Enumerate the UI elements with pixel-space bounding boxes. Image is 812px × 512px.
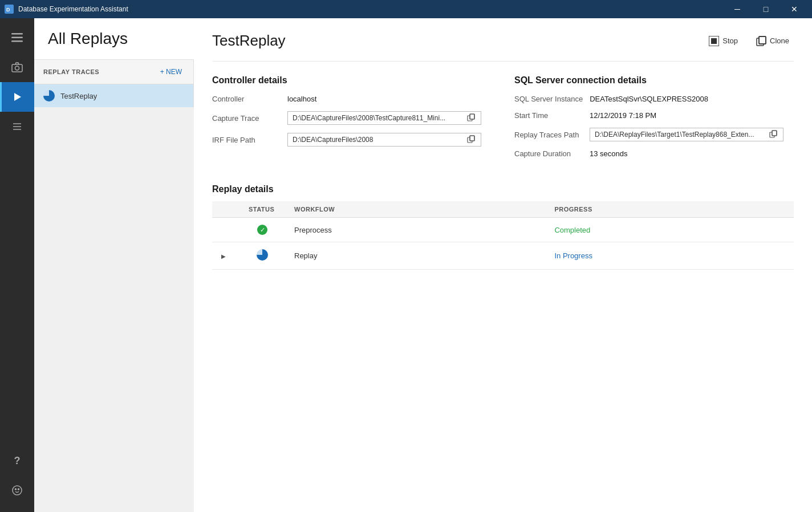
titlebar: D Database Experimentation Assistant ─ □…: [0, 0, 812, 18]
svg-rect-22: [470, 136, 474, 141]
window-controls: ─ □ ✕: [724, 0, 807, 18]
svg-rect-3: [11, 37, 23, 39]
th-progress: PROGRESS: [545, 201, 794, 218]
th-status: STATUS: [239, 201, 285, 218]
capture-trace-label: Capture Trace: [212, 114, 281, 123]
capture-trace-value: D:\DEA\CaptureFiles\2008\TestCapture811_…: [293, 114, 462, 122]
table-row-preprocess: ✓ Preprocess Completed: [212, 218, 794, 242]
irf-row: IRF File Path D:\DEA\CaptureFiles\2008: [212, 133, 492, 147]
td-progress-preprocess: Completed: [545, 218, 794, 242]
replay-traces-label: Replay Traces Path: [514, 131, 583, 139]
capture-trace-row: Capture Trace D:\DEA\CaptureFiles\2008\T…: [212, 111, 492, 125]
status-check-icon: ✓: [257, 225, 267, 235]
svg-rect-4: [11, 40, 23, 42]
sidebar-icon-help[interactable]: ?: [0, 446, 34, 476]
svg-point-6: [15, 66, 19, 70]
irf-label: IRF File Path: [212, 136, 281, 144]
replay-traces-path-box: D:\DEA\ReplayFiles\Target1\TestReplay868…: [590, 128, 783, 141]
page-title-area: All Replays: [34, 18, 194, 60]
td-progress-replay: In Progress: [545, 242, 794, 270]
capture-trace-path-box: D:\DEA\CaptureFiles\2008\TestCapture811_…: [287, 111, 481, 125]
controller-details-section: Controller details Controller localhost …: [212, 75, 492, 166]
sql-instance-label: SQL Server Instance: [514, 95, 583, 103]
spinner-icon: [43, 90, 55, 101]
titlebar-left: D Database Experimentation Assistant: [5, 5, 128, 14]
capture-duration-label: Capture Duration: [514, 149, 583, 158]
status-spinner-icon: [257, 249, 268, 261]
expand-icon[interactable]: ▶: [221, 253, 226, 259]
sidebar-icon-hamburger[interactable]: [0, 23, 34, 52]
nav-item-label: TestReplay: [60, 92, 97, 100]
app-body: ? All Replays REPLAY TRACES + NEW: [0, 18, 812, 512]
controller-row: Controller localhost: [212, 95, 492, 103]
new-replay-button[interactable]: + NEW: [158, 67, 184, 77]
capture-duration-value: 13 seconds: [590, 149, 628, 158]
svg-point-13: [18, 489, 19, 490]
svg-rect-16: [759, 36, 766, 44]
irf-value: D:\DEA\CaptureFiles\2008: [293, 136, 462, 144]
capture-trace-copy-icon[interactable]: [467, 113, 476, 123]
content-header: TestReplay Stop Clone: [212, 32, 794, 62]
nav-header: REPLAY TRACES + NEW: [34, 60, 193, 84]
td-status-preprocess: ✓: [239, 218, 285, 242]
svg-rect-14: [711, 38, 717, 44]
svg-point-12: [15, 489, 17, 490]
controller-label: Controller: [212, 95, 281, 103]
replay-details-title: Replay details: [212, 184, 794, 194]
svg-rect-2: [11, 33, 23, 35]
close-button[interactable]: ✕: [781, 0, 807, 18]
nav-list-panel: REPLAY TRACES + NEW TestReplay: [34, 60, 194, 107]
all-replays-title: All Replays: [48, 30, 128, 47]
svg-marker-7: [14, 93, 21, 101]
table-row-replay: ▶ Replay In Progress: [212, 242, 794, 270]
clone-icon: [756, 36, 766, 46]
maximize-button[interactable]: □: [753, 0, 779, 18]
irf-copy-icon[interactable]: [467, 135, 476, 144]
td-expand-preprocess: [212, 218, 239, 242]
start-time-row: Start Time 12/12/2019 7:18 PM: [514, 111, 794, 120]
controller-section-title: Controller details: [212, 75, 492, 86]
app-icon: D: [5, 5, 14, 14]
td-workflow-replay: Replay: [285, 242, 545, 270]
svg-text:D: D: [6, 7, 10, 13]
svg-rect-19: [470, 114, 474, 119]
stop-button[interactable]: Stop: [704, 34, 742, 48]
nav-item-testreplay[interactable]: TestReplay: [34, 84, 193, 107]
main-content: TestReplay Stop Clone: [194, 18, 812, 512]
app-title: Database Experimentation Assistant: [18, 5, 128, 13]
table-header-row: STATUS WORKFLOW PROGRESS: [212, 201, 794, 218]
th-expand: [212, 201, 239, 218]
start-time-label: Start Time: [514, 111, 583, 120]
content-actions: Stop Clone: [704, 34, 794, 48]
td-expand-replay[interactable]: ▶: [212, 242, 239, 270]
sidebar-bottom: ?: [0, 446, 34, 505]
sql-instance-value: DEATestSqlSvr\SQLEXPRESS2008: [590, 95, 708, 103]
minimize-button[interactable]: ─: [724, 0, 750, 18]
svg-rect-5: [12, 64, 22, 72]
td-workflow-preprocess: Preprocess: [285, 218, 545, 242]
irf-path-box: D:\DEA\CaptureFiles\2008: [287, 133, 481, 147]
td-status-replay: [239, 242, 285, 270]
sidebar-icons: ?: [0, 18, 34, 512]
sidebar-icon-capture[interactable]: [0, 52, 34, 82]
nav-panel: All Replays REPLAY TRACES + NEW TestRepl…: [34, 18, 194, 512]
sql-details-section: SQL Server connection details SQL Server…: [514, 75, 794, 166]
replay-traces-value: D:\DEA\ReplayFiles\Target1\TestReplay868…: [595, 131, 765, 139]
svg-rect-25: [772, 131, 777, 136]
replay-traces-copy-icon[interactable]: [769, 130, 778, 139]
sidebar-icon-replay[interactable]: [0, 82, 34, 112]
replay-details-section: Replay details STATUS WORKFLOW PROGRESS …: [212, 184, 794, 270]
th-workflow: WORKFLOW: [285, 201, 545, 218]
sql-section-title: SQL Server connection details: [514, 75, 794, 86]
replay-table: STATUS WORKFLOW PROGRESS ✓ Preprocess: [212, 201, 794, 270]
sql-instance-row: SQL Server Instance DEATestSqlSvr\SQLEXP…: [514, 95, 794, 103]
clone-button[interactable]: Clone: [752, 34, 794, 48]
sidebar-icon-feedback[interactable]: [0, 476, 34, 505]
start-time-value: 12/12/2019 7:18 PM: [590, 111, 656, 120]
controller-value: localhost: [287, 95, 316, 103]
sidebar-icon-analysis[interactable]: [0, 112, 34, 141]
replay-traces-row: Replay Traces Path D:\DEA\ReplayFiles\Ta…: [514, 128, 794, 141]
details-grid: Controller details Controller localhost …: [212, 75, 794, 166]
svg-point-11: [13, 486, 22, 495]
capture-duration-row: Capture Duration 13 seconds: [514, 149, 794, 158]
